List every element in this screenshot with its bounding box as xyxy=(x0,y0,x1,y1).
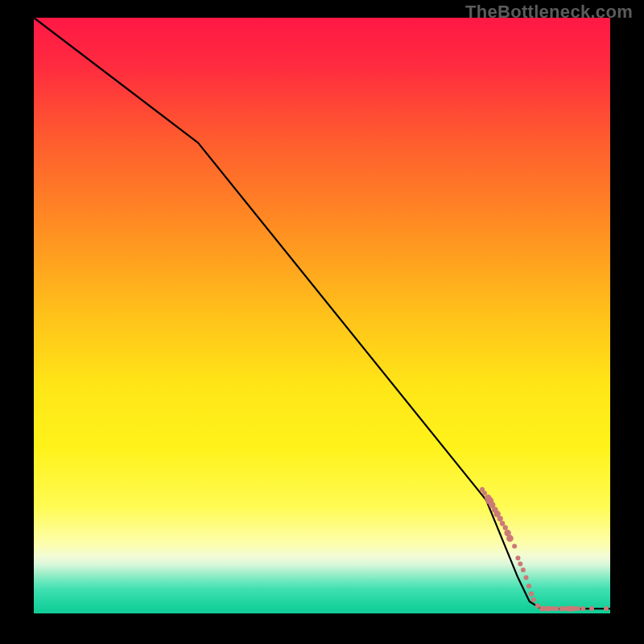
watermark-text: TheBottleneck.com xyxy=(465,2,633,23)
data-point xyxy=(580,606,585,611)
data-point xyxy=(518,562,522,567)
data-point xyxy=(523,576,528,580)
chart-svg xyxy=(0,0,644,644)
plot-background xyxy=(34,18,610,613)
data-point xyxy=(576,606,580,611)
data-point xyxy=(531,597,536,602)
data-point xyxy=(502,525,507,530)
chart-container: TheBottleneck.com xyxy=(0,0,644,644)
data-point xyxy=(506,535,514,542)
data-point xyxy=(554,606,559,611)
data-point xyxy=(589,606,594,611)
data-point xyxy=(529,591,534,596)
data-point xyxy=(482,491,487,496)
data-point xyxy=(515,555,520,560)
data-point xyxy=(571,606,576,612)
data-point xyxy=(521,568,526,572)
data-point xyxy=(535,603,540,608)
data-point xyxy=(500,521,505,526)
data-point xyxy=(604,606,609,611)
data-point xyxy=(526,584,531,588)
data-point xyxy=(512,543,517,548)
data-point xyxy=(497,516,503,522)
